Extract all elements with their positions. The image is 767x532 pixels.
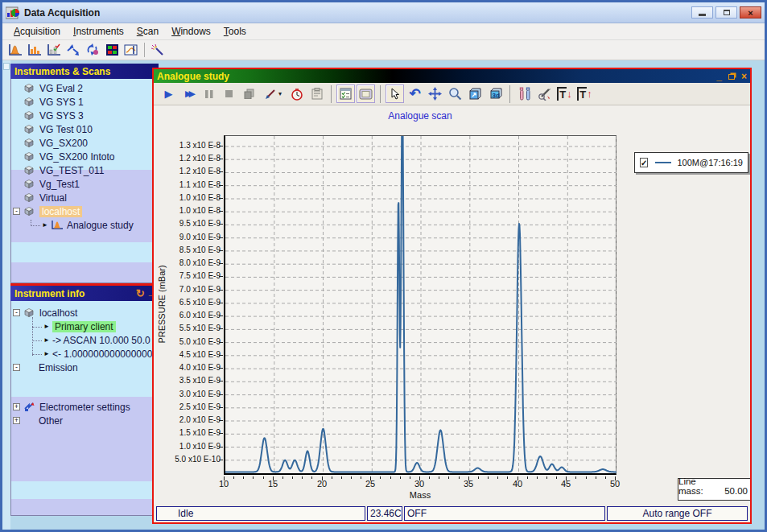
text-align-down-icon[interactable]: T ↓ — [555, 85, 574, 103]
dock-collapse-button[interactable] — [3, 63, 10, 70]
info-item-emission[interactable]: - Emission — [11, 361, 158, 374]
pause-icon[interactable] — [200, 85, 218, 103]
menu-tools[interactable]: Tools — [217, 24, 253, 39]
instrument-icon — [23, 206, 35, 217]
chart-restore-icon[interactable] — [728, 71, 735, 82]
info-item-primary-client[interactable]: ► Primary client — [11, 320, 158, 333]
tree-branch-line — [32, 321, 42, 328]
status-temperature: 23.46C — [367, 506, 402, 521]
timer-icon[interactable] — [287, 85, 306, 103]
collapse-expander-icon[interactable]: - — [13, 309, 20, 316]
menu-instruments[interactable]: Instruments — [67, 24, 130, 39]
info-tree: - localhost ► Primary client ► -> ASCAN … — [10, 301, 159, 516]
tree-item-label: Virtual — [39, 192, 67, 204]
zoom-icon[interactable] — [446, 85, 464, 103]
bullet-arrow-icon: ► — [43, 336, 50, 344]
main-toolbar — [2, 40, 765, 60]
mdi-workspace: Instruments & Scans VG Eval 2 VG SYS 1 V… — [2, 60, 765, 530]
info-panel-title: Instrument info — [14, 288, 85, 299]
copy-pages-icon[interactable] — [240, 85, 258, 103]
tree-branch-line — [31, 220, 40, 226]
multi-view-grid-icon[interactable] — [103, 42, 121, 58]
tree-item-vg-eval-2[interactable]: VG Eval 2 — [11, 81, 158, 95]
3d-view-icon[interactable]: 3d — [486, 85, 505, 103]
wizard-wand-icon[interactable] — [149, 42, 167, 58]
collapse-expander-icon[interactable]: - — [13, 208, 20, 215]
chart-minimize-icon[interactable]: _ — [716, 71, 722, 82]
sidebar: Instruments & Scans VG Eval 2 VG SYS 1 V… — [10, 64, 159, 522]
tree-item-label-highlighted: Primary client — [52, 321, 116, 332]
info-item-ascan[interactable]: ► -> ASCAN 10.000 50.0 — [11, 333, 158, 347]
menu-acquisition[interactable]: Acquisition — [7, 24, 67, 39]
plot-area[interactable] — [224, 135, 616, 475]
instrument-icon — [23, 179, 35, 189]
bullet-arrow-icon: ► — [43, 323, 50, 330]
data-acquisition-window: Data Acquisition × Acquisition Instrumen… — [0, 0, 767, 532]
legend-box[interactable]: ✓ 100M@17:16:19 — [634, 152, 748, 173]
status-state: Idle — [156, 506, 365, 521]
bar-verify-icon[interactable] — [45, 42, 63, 58]
close-button[interactable]: × — [740, 6, 761, 19]
pointer-select-icon[interactable] — [386, 85, 404, 103]
scan-checklist-icon[interactable] — [336, 85, 355, 103]
expand-expander-icon[interactable]: + — [13, 417, 20, 424]
tree-item-label: VG Eval 2 — [39, 83, 83, 94]
menu-scan[interactable]: Scan — [130, 24, 165, 39]
undo-icon[interactable]: ↶ — [406, 85, 424, 103]
collapse-expander-icon[interactable]: - — [13, 364, 20, 371]
tree-item-virtual[interactable]: Virtual — [11, 191, 158, 204]
chart-close-icon[interactable]: × — [741, 71, 747, 82]
probe-tool-icon[interactable]: ▾ — [260, 85, 286, 103]
export-chart-icon[interactable] — [466, 85, 485, 103]
instrument-tools-icon[interactable] — [515, 85, 534, 103]
bar-scan-icon[interactable] — [26, 42, 43, 58]
trend-arrows-icon[interactable] — [64, 42, 82, 58]
tree-branch-line — [32, 348, 42, 355]
tree-item-localhost[interactable]: - localhost — [11, 204, 158, 218]
report-notes-icon[interactable] — [307, 85, 326, 103]
full-screen-icon[interactable] — [357, 85, 375, 103]
line-mass-readout: Line mass: 50.00 — [678, 478, 750, 501]
menu-windows[interactable]: Windows — [165, 24, 217, 39]
stop-icon[interactable] — [220, 85, 238, 103]
chart-title: Analogue scan — [224, 110, 616, 122]
tree-item-analogue-study[interactable]: ► Analogue study — [11, 218, 158, 232]
tree-item-vg-test-011[interactable]: VG_TEST_011 — [11, 163, 158, 177]
toolbar-separator — [144, 43, 145, 57]
tree-item-label: VG SYS 3 — [39, 110, 84, 122]
tree-item-vg-sys-1[interactable]: VG SYS 1 — [11, 95, 158, 109]
info-item-multiplier[interactable]: ► <- 1.000000000000000 — [11, 347, 158, 361]
tree-item-vg-test-010[interactable]: VG Test 010 — [11, 122, 158, 136]
play-icon[interactable]: ▶ — [159, 85, 178, 103]
info-item-other[interactable]: + Other — [11, 414, 158, 427]
instrument-icon — [23, 138, 35, 148]
tree-item-label: <- 1.000000000000000 — [52, 348, 152, 360]
toolbar-separator — [380, 85, 381, 103]
toolbar-separator — [331, 85, 332, 103]
dropdown-arrow-icon: ▾ — [278, 90, 282, 97]
minimize-button[interactable] — [691, 6, 713, 19]
legend-checkbox[interactable]: ✓ — [640, 158, 648, 167]
pan-move-icon[interactable] — [426, 85, 444, 103]
tree-item-vg-sx200[interactable]: VG_SX200 — [11, 136, 158, 150]
instrument-icon — [23, 97, 35, 107]
tree-item-vg-sx200-intoto[interactable]: VG_SX200 Intoto — [11, 150, 158, 163]
text-align-up-icon[interactable]: T ↑ — [575, 85, 594, 103]
line-mass-value: 50.00 — [724, 486, 748, 496]
restore-button[interactable] — [715, 6, 737, 19]
tree-item-vg-test1[interactable]: Vg_Test1 — [11, 177, 158, 191]
status-filament: OFF — [404, 506, 605, 521]
degas-cycle-icon[interactable] — [84, 42, 101, 58]
info-item-electrometer-settings[interactable]: + Electrometer settings — [11, 400, 158, 414]
dock-strip — [2, 60, 10, 530]
profile-chart-icon[interactable] — [122, 42, 140, 58]
tree-item-label: Emission — [39, 362, 78, 373]
tree-item-vg-sys-3[interactable]: VG SYS 3 — [11, 109, 158, 122]
info-item-localhost[interactable]: - localhost — [11, 306, 158, 320]
tune-search-icon[interactable] — [535, 85, 554, 103]
expand-expander-icon[interactable]: + — [13, 403, 20, 410]
fast-forward-icon[interactable]: ▶▶ — [179, 85, 198, 103]
refresh-icon[interactable]: ↻ — [136, 287, 145, 299]
tree-item-label: VG SYS 1 — [39, 97, 84, 108]
analog-scan-icon[interactable] — [6, 42, 24, 58]
